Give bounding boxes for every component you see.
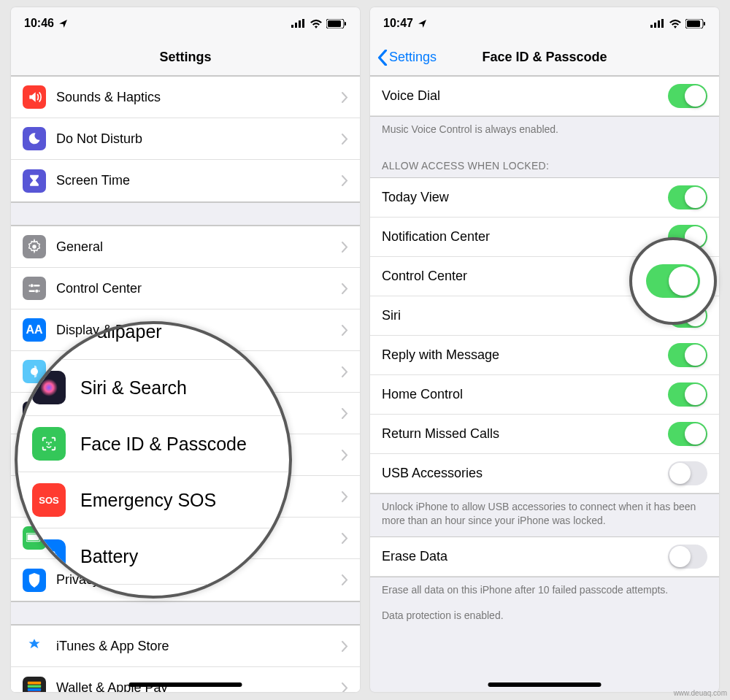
toggle-label: Reply with Message (382, 347, 499, 363)
nav-title: Settings (11, 50, 360, 65)
toggle-row-today-view[interactable]: Today View (370, 178, 719, 218)
toggle-row-return-missed-calls[interactable]: Return Missed Calls (370, 415, 719, 454)
settings-row-appstore[interactable]: iTunes & App Store (11, 626, 360, 667)
home-indicator (488, 682, 602, 687)
chevron-right-icon (342, 242, 348, 253)
chevron-right-icon (342, 92, 348, 103)
toggle-switch[interactable] (668, 461, 707, 485)
toggle-label: Today View (382, 190, 449, 205)
toggle-row-home-control[interactable]: Home Control (370, 375, 719, 415)
toggle-label: Erase Data (382, 549, 447, 564)
svg-rect-21 (28, 688, 41, 691)
svg-rect-29 (704, 22, 705, 26)
svg-rect-36 (55, 554, 57, 558)
svg-rect-19 (28, 681, 41, 684)
svg-point-32 (46, 442, 47, 443)
chevron-right-icon (342, 408, 348, 419)
svg-rect-25 (658, 20, 660, 28)
row-label: Face ID & Passcode (80, 434, 266, 455)
svg-rect-28 (687, 20, 700, 27)
row-label: Control Center (56, 281, 342, 296)
svg-rect-5 (328, 20, 341, 27)
row-label: Sounds & Haptics (56, 90, 342, 105)
svg-point-33 (50, 442, 52, 443)
nav-bar: Settings Face ID & Passcode (370, 39, 719, 76)
settings-row-controlcenter[interactable]: Control Center (11, 268, 360, 309)
settings-row-sounds[interactable]: Sounds & Haptics (11, 77, 360, 118)
svg-rect-22 (28, 691, 41, 692)
erase-footer: Erase all data on this iPhone after 10 f… (370, 577, 719, 606)
svg-rect-24 (654, 23, 656, 28)
settings-row-wallet[interactable]: Wallet & Apple Pay (11, 667, 360, 692)
status-bar: 10:47 (370, 7, 719, 39)
signal-icon (650, 19, 665, 28)
chevron-right-icon (342, 641, 348, 652)
status-bar: 10:46 (11, 7, 360, 39)
svg-rect-6 (345, 22, 346, 26)
toggle-label: Siri (382, 308, 401, 323)
battery-icon (685, 19, 706, 28)
control-center-toggle-zoomed[interactable] (646, 264, 700, 298)
svg-rect-3 (302, 19, 304, 28)
battery-icon (326, 19, 347, 28)
settings-row-moon[interactable]: Do Not Disturb (11, 118, 360, 160)
wifi-icon (310, 19, 323, 28)
back-button[interactable]: Settings (377, 50, 437, 66)
row-label: Siri & Search (80, 377, 266, 399)
status-time: 10:46 (24, 17, 54, 30)
chevron-right-icon (342, 450, 348, 461)
chevron-right-icon (342, 283, 348, 294)
voice-dial-row[interactable]: Voice Dial (370, 77, 719, 116)
right-phone-screen: 10:47 Settings Face ID & Passcode Voice … (370, 7, 719, 692)
svg-rect-23 (650, 25, 653, 28)
toggle-switch[interactable] (668, 422, 707, 446)
svg-rect-2 (299, 20, 301, 28)
home-indicator (129, 682, 242, 687)
erase-data-row[interactable]: Erase Data (370, 537, 719, 577)
toggle-switch[interactable] (668, 185, 707, 209)
magnified-row-sos[interactable]: SOSEmergency SOS (18, 472, 289, 528)
svg-rect-0 (291, 25, 293, 28)
chevron-right-icon (342, 574, 348, 585)
chevron-right-icon (342, 366, 348, 377)
toggle-row-usb-accessories[interactable]: USB Accessories (370, 454, 719, 493)
erase-data-toggle[interactable] (668, 545, 707, 569)
magnified-row-siri[interactable]: Siri & Search (18, 360, 289, 416)
toggle-label: Control Center (382, 269, 467, 284)
toggle-label: Voice Dial (382, 88, 440, 104)
nav-bar: Settings (11, 39, 360, 76)
settings-row-hourglass[interactable]: Screen Time (11, 160, 360, 201)
toggle-label: Home Control (382, 387, 463, 402)
settings-row-gear[interactable]: General (11, 226, 360, 268)
magnified-row-faceid[interactable]: Face ID & Passcode (18, 416, 289, 472)
toggle-label: Notification Center (382, 229, 490, 245)
row-label: Screen Time (56, 173, 342, 188)
svg-point-31 (40, 379, 58, 396)
toggle-switch[interactable] (668, 382, 707, 407)
magnifier-left: WallpapertnessSiri & SearchFace ID & Pas… (15, 321, 292, 599)
status-time: 10:47 (383, 17, 413, 30)
svg-rect-26 (661, 19, 664, 28)
chevron-right-icon (342, 682, 348, 692)
chevron-right-icon (342, 533, 348, 544)
row-label: General (56, 239, 342, 255)
toggle-switch[interactable] (668, 343, 707, 367)
row-label: Do Not Disturb (56, 131, 342, 147)
svg-rect-1 (295, 23, 297, 28)
chevron-right-icon (342, 325, 348, 336)
row-label: Battery (80, 546, 266, 567)
usb-footer: Unlock iPhone to allow USB accessories t… (370, 494, 719, 536)
magnifier-control-center-toggle (629, 237, 717, 325)
watermark: www.deuaq.com (674, 689, 727, 697)
chevron-right-icon (342, 134, 348, 145)
voice-dial-toggle[interactable] (668, 84, 707, 108)
signal-icon (291, 19, 306, 28)
chevron-right-icon (342, 491, 348, 502)
allow-access-header: ALLOW ACCESS WHEN LOCKED: (370, 145, 719, 177)
svg-point-7 (32, 245, 36, 249)
chevron-right-icon (342, 175, 348, 186)
toggle-label: USB Accessories (382, 466, 483, 481)
toggle-label: Return Missed Calls (382, 426, 499, 442)
faceid-settings-list[interactable]: Voice Dial Music Voice Control is always… (370, 76, 719, 692)
toggle-row-reply-with-message[interactable]: Reply with Message (370, 336, 719, 375)
